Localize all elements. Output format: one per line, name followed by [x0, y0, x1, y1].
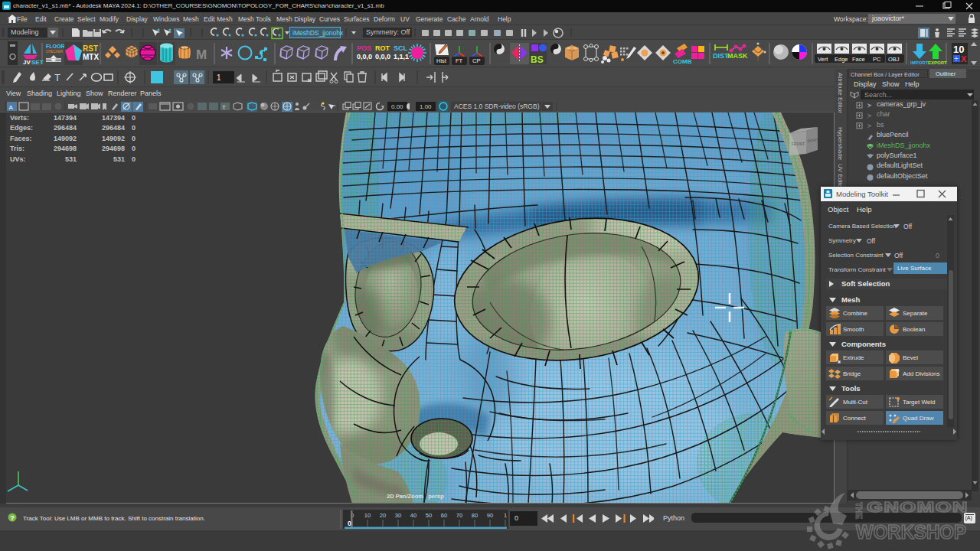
svg-text:0,0,0: 0,0,0 — [375, 53, 390, 60]
svg-text:80: 80 — [472, 512, 478, 519]
svg-text:A: A — [9, 104, 14, 111]
svg-text:Hist: Hist — [436, 57, 447, 64]
svg-text:0: 0 — [132, 124, 136, 132]
svg-text:10: 10 — [364, 512, 371, 519]
svg-text:Vert: Vert — [818, 56, 828, 63]
svg-text:Tris:: Tris: — [10, 145, 24, 152]
svg-text:MASK: MASK — [727, 52, 748, 60]
svg-text:1,1,1: 1,1,1 — [394, 53, 409, 60]
svg-text:÷: ÷ — [955, 55, 959, 63]
svg-text:COMB: COMB — [673, 58, 692, 65]
svg-text:FT: FT — [456, 57, 463, 64]
svg-text:531: 531 — [113, 155, 125, 163]
svg-text:POS: POS — [357, 44, 371, 52]
svg-text:JV: JV — [23, 59, 31, 66]
svg-text:OBJ: OBJ — [888, 56, 900, 63]
svg-text:CP: CP — [472, 57, 480, 64]
svg-text:20: 20 — [380, 512, 386, 519]
svg-text:0: 0 — [132, 114, 136, 122]
svg-text:UVs:: UVs: — [10, 155, 26, 163]
svg-text:1: 1 — [217, 73, 221, 82]
svg-text:60: 60 — [441, 512, 447, 519]
svg-text:FRONT: FRONT — [792, 142, 805, 146]
svg-text:531: 531 — [65, 155, 77, 163]
svg-text:10: 10 — [953, 44, 964, 55]
svg-text:ACES 1.0 SDR-video (sRGB): ACES 1.0 SDR-video (sRGB) — [454, 103, 540, 110]
svg-text:147394: 147394 — [54, 114, 77, 122]
svg-text:70: 70 — [456, 512, 462, 519]
svg-text:FLOOR: FLOOR — [46, 44, 65, 49]
svg-text:0,0,0: 0,0,0 — [357, 53, 372, 60]
svg-text:X: X — [961, 54, 967, 64]
svg-text:Search...: Search... — [864, 91, 892, 99]
svg-text:THE: THE — [854, 502, 864, 519]
svg-text:0: 0 — [348, 520, 351, 527]
svg-text:1.00: 1.00 — [420, 103, 432, 110]
svg-text:GNOMON: GNOMON — [867, 500, 969, 515]
svg-text:296484: 296484 — [54, 124, 77, 132]
svg-text:90: 90 — [487, 512, 493, 519]
svg-text:SCL: SCL — [394, 44, 408, 52]
svg-text:2D Pan/Zoom persp: 2D Pan/Zoom persp — [387, 493, 444, 500]
svg-text:SET: SET — [31, 59, 44, 66]
svg-text:IMPORT: IMPORT — [910, 60, 929, 65]
svg-text:296484: 296484 — [102, 124, 125, 132]
svg-text:WORKSHOP: WORKSHOP — [856, 521, 966, 543]
svg-text:Edge: Edge — [835, 56, 848, 63]
svg-text:0.00: 0.00 — [391, 103, 403, 110]
svg-text:40: 40 — [410, 512, 416, 519]
svg-text:30: 30 — [395, 512, 401, 519]
svg-text:ROT: ROT — [375, 44, 390, 52]
svg-text:Verts:: Verts: — [10, 114, 29, 122]
svg-text:Face: Face — [852, 56, 865, 63]
svg-text:Faces:: Faces: — [10, 135, 32, 142]
svg-text:T: T — [222, 104, 226, 111]
svg-text:RST: RST — [83, 44, 98, 53]
svg-text:?: ? — [10, 514, 15, 522]
svg-text:294698: 294698 — [54, 145, 77, 152]
svg-text:EXPORT: EXPORT — [928, 60, 947, 65]
svg-text:50: 50 — [426, 512, 432, 519]
svg-text:M: M — [196, 47, 207, 62]
svg-text:294698: 294698 — [102, 145, 125, 152]
svg-text:1: 1 — [504, 512, 507, 519]
svg-text:0: 0 — [132, 145, 136, 152]
svg-text:BS: BS — [531, 54, 544, 65]
svg-text:0: 0 — [132, 135, 136, 142]
svg-text:MTX: MTX — [83, 53, 99, 61]
svg-text:149092: 149092 — [102, 135, 125, 142]
svg-text:PC: PC — [873, 56, 881, 63]
svg-text:147394: 147394 — [102, 114, 125, 122]
svg-text:149092: 149092 — [54, 135, 77, 142]
svg-text:CHECKER: CHECKER — [46, 50, 64, 54]
svg-text:T: T — [54, 72, 60, 83]
svg-text:DIST: DIST — [713, 52, 729, 60]
svg-text:Edges:: Edges: — [10, 124, 33, 132]
svg-text:0: 0 — [132, 155, 136, 163]
